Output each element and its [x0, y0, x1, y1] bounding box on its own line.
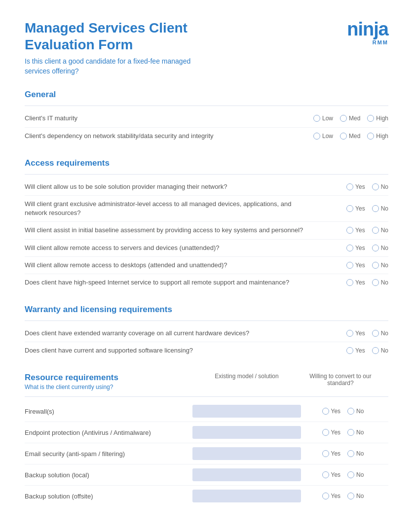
access-q6-no[interactable]: No — [372, 279, 388, 286]
access-q2-yes[interactable]: Yes — [346, 205, 365, 212]
general-q1-text: Client's IT maturity — [25, 114, 308, 123]
access-q1: Will client allow us to be sole solution… — [25, 178, 388, 196]
resource-subtitle: What is the client currently using? — [25, 384, 192, 390]
resource-input-5[interactable] — [192, 490, 301, 502]
access-q5-yes[interactable]: Yes — [346, 262, 365, 269]
access-q5: Will client allow remote access to deskt… — [25, 257, 388, 274]
resource-q4-no[interactable]: No — [347, 471, 364, 478]
resource-q4-yes[interactable]: Yes — [322, 471, 341, 478]
radio-circle[interactable] — [322, 493, 329, 499]
resource-header: Resource requirements What is the client… — [25, 373, 388, 390]
radio-low-circle[interactable] — [313, 133, 320, 140]
general-q2-low[interactable]: Low — [313, 133, 333, 140]
access-q3-options: Yes No — [341, 227, 388, 234]
resource-input-4[interactable] — [192, 468, 301, 481]
access-q1-text: Will client allow us to be sole solution… — [25, 182, 311, 191]
warranty-q2-options: Yes No — [341, 347, 388, 354]
radio-circle[interactable] — [346, 227, 353, 234]
radio-circle[interactable] — [346, 279, 353, 286]
resource-q1-yes[interactable]: Yes — [322, 408, 341, 415]
resource-q5-no[interactable]: No — [347, 493, 364, 499]
access-q6-yes[interactable]: Yes — [346, 279, 365, 286]
radio-circle[interactable] — [346, 245, 353, 251]
resource-q2-yes[interactable]: Yes — [322, 429, 341, 436]
access-q5-no[interactable]: No — [372, 262, 388, 269]
radio-circle[interactable] — [372, 205, 379, 212]
resource-input-3[interactable] — [192, 447, 301, 460]
resource-q3-yes[interactable]: Yes — [322, 450, 341, 457]
resource-q2-no[interactable]: No — [347, 429, 364, 436]
warranty-q2-no[interactable]: No — [372, 347, 388, 354]
general-q2-med[interactable]: Med — [340, 133, 360, 140]
radio-circle[interactable] — [372, 347, 379, 354]
resource-label-2: Endpoint protection (Antivirus / Antimal… — [25, 429, 192, 436]
access-q1-no[interactable]: No — [372, 183, 388, 190]
resource-input-container-3 — [192, 447, 301, 460]
radio-circle[interactable] — [346, 347, 353, 354]
access-q6: Does client have high-speed Internet ser… — [25, 274, 388, 291]
general-q2-high[interactable]: High — [367, 133, 388, 140]
radio-med-label: Med — [349, 115, 360, 122]
access-q3-yes[interactable]: Yes — [346, 227, 365, 234]
radio-circle[interactable] — [346, 205, 353, 212]
radio-circle[interactable] — [372, 227, 379, 234]
access-section-title: Access requirements — [25, 158, 388, 168]
resource-row-3: Email security (anti-spam / filtering) Y… — [25, 443, 388, 464]
general-question-2: Client's dependency on network stability… — [25, 128, 388, 144]
radio-med-circle[interactable] — [340, 133, 347, 140]
resource-row-4: Backup solution (local) Yes No — [25, 464, 388, 486]
radio-circle[interactable] — [372, 183, 379, 190]
warranty-q1-yes[interactable]: Yes — [346, 330, 365, 337]
radio-high-circle[interactable] — [367, 115, 374, 122]
radio-circle[interactable] — [346, 262, 353, 269]
warranty-q1-no[interactable]: No — [372, 330, 388, 337]
radio-circle[interactable] — [322, 471, 329, 478]
resource-input-1[interactable] — [192, 405, 301, 418]
access-q5-options: Yes No — [341, 262, 388, 269]
radio-circle[interactable] — [347, 450, 354, 457]
resource-options-2: Yes No — [301, 429, 380, 436]
radio-circle[interactable] — [346, 183, 353, 190]
resource-options-4: Yes No — [301, 471, 380, 478]
access-q5-text: Will client allow remote access to deskt… — [25, 261, 311, 270]
access-q4-no[interactable]: No — [372, 245, 388, 251]
radio-circle[interactable] — [372, 279, 379, 286]
logo-rmm: RMM — [373, 39, 388, 45]
resource-q3-no[interactable]: No — [347, 450, 364, 457]
radio-circle[interactable] — [372, 330, 379, 337]
radio-circle[interactable] — [346, 330, 353, 337]
radio-low-circle[interactable] — [313, 115, 320, 122]
radio-high-circle[interactable] — [367, 133, 374, 140]
access-section: Access requirements Will client allow us… — [25, 158, 388, 291]
general-q1-low[interactable]: Low — [313, 115, 333, 122]
general-q1-high[interactable]: High — [367, 115, 388, 122]
access-q3-no[interactable]: No — [372, 227, 388, 234]
resource-input-2[interactable] — [192, 426, 301, 439]
resource-options-1: Yes No — [301, 408, 380, 415]
radio-low-label: Low — [322, 115, 333, 122]
access-q1-yes[interactable]: Yes — [346, 183, 365, 190]
radio-circle[interactable] — [322, 429, 329, 436]
radio-circle[interactable] — [347, 408, 354, 415]
radio-circle[interactable] — [372, 262, 379, 269]
warranty-q2-yes[interactable]: Yes — [346, 347, 365, 354]
general-q1-options: Low Med High — [308, 115, 388, 122]
warranty-q1: Does client have extended warranty cover… — [25, 325, 388, 342]
resource-q5-yes[interactable]: Yes — [322, 493, 341, 499]
general-q1-med[interactable]: Med — [340, 115, 360, 122]
resource-label-4: Backup solution (local) — [25, 471, 192, 479]
radio-circle[interactable] — [347, 429, 354, 436]
resource-q1-no[interactable]: No — [347, 408, 364, 415]
radio-circle[interactable] — [347, 471, 354, 478]
access-q4: Will client allow remote access to serve… — [25, 240, 388, 257]
resource-row-1: Firewall(s) Yes No — [25, 401, 388, 422]
access-q4-yes[interactable]: Yes — [346, 245, 365, 251]
radio-circle[interactable] — [347, 493, 354, 499]
radio-circle[interactable] — [322, 408, 329, 415]
radio-circle[interactable] — [322, 450, 329, 457]
access-q2-no[interactable]: No — [372, 205, 388, 212]
radio-med-circle[interactable] — [340, 115, 347, 122]
resource-col-existing-header: Existing model / solution — [192, 373, 301, 380]
general-q2-options: Low Med High — [308, 133, 388, 140]
radio-circle[interactable] — [372, 245, 379, 251]
